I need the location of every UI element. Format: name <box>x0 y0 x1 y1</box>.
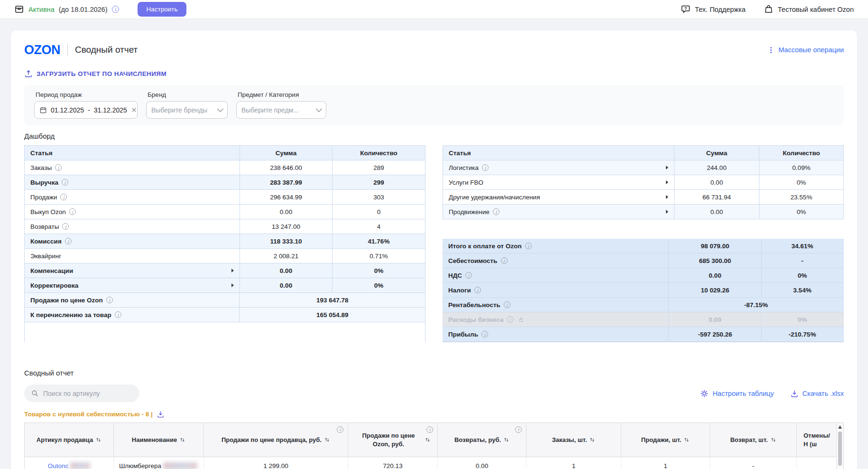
sum-cell: 0.00 <box>669 268 762 282</box>
expand-row-icon[interactable] <box>231 283 234 287</box>
sum-cell: 0.00 <box>674 175 759 189</box>
info-icon[interactable] <box>426 426 433 433</box>
sum-cell: -597 250.26 <box>669 327 762 341</box>
info-icon[interactable] <box>62 223 69 230</box>
sort-icon[interactable] <box>503 437 509 443</box>
info-icon[interactable] <box>465 272 472 279</box>
info-icon[interactable] <box>65 238 72 244</box>
archive-box-icon <box>14 4 24 14</box>
info-icon[interactable] <box>55 164 62 171</box>
expand-row-icon[interactable] <box>666 166 668 169</box>
article-label: Другие удержания/начисления <box>449 194 540 201</box>
category-select[interactable]: Выберите предм... <box>236 101 326 119</box>
sort-icon[interactable] <box>179 437 185 443</box>
sort-icon[interactable] <box>683 437 690 443</box>
merged-value-cell: -87.15% <box>669 298 843 312</box>
info-icon[interactable] <box>474 287 481 293</box>
table-row: OutoncШлюмбергера1 299.00720.130.0011- <box>25 457 843 469</box>
info-icon[interactable] <box>493 208 499 215</box>
period-input[interactable]: 01.12.2025 - 31.12.2025 <box>34 101 138 119</box>
article-label: Статья <box>30 150 53 157</box>
upload-report-link[interactable]: ЗАГРУЗИТЬ ОТЧЕТ ПО НАЧИСЛЕНИЯМ <box>24 69 166 78</box>
cabinet-link[interactable]: Тестовый кабинет Ozon <box>764 4 854 14</box>
chevron-down-icon <box>316 106 322 112</box>
dashboard-row: Корректировка0.000% <box>25 278 425 293</box>
zero-cost-link[interactable]: Товаров с нулевой себестоимостью - 8 | <box>24 411 153 418</box>
subscription-status-text: Активна <box>28 6 55 13</box>
download-xlsx-label: Скачать .xlsx <box>803 390 844 397</box>
article-cell: Комиссия <box>25 234 240 248</box>
article-label: Заказы <box>30 164 52 171</box>
dashboard-header-row: СтатьяСуммаКоличество <box>25 146 425 160</box>
qty-cell: -210.75% <box>762 327 843 341</box>
expand-row-icon[interactable] <box>666 210 668 214</box>
expand-row-icon[interactable] <box>666 195 668 199</box>
sum-cell: 118 333.10 <box>240 234 332 248</box>
dashboard-row: Эквайринг2 008.210.71% <box>25 249 425 263</box>
sum-cell: 0.00 <box>669 312 762 327</box>
article-link[interactable]: Outonc <box>48 462 69 469</box>
clear-period-icon[interactable] <box>131 107 137 113</box>
column-header: Наименование <box>114 423 204 457</box>
sort-icon[interactable] <box>425 437 431 443</box>
cell-value: - <box>752 462 755 469</box>
info-icon[interactable] <box>106 297 113 303</box>
info-icon[interactable] <box>482 164 489 171</box>
dashboard-header-row: СтатьяСуммаКоличество <box>443 146 843 160</box>
info-icon[interactable] <box>507 316 514 323</box>
vertical-scrollbar[interactable] <box>836 423 843 469</box>
cell-value: 1 <box>572 462 576 469</box>
sum-cell: 238 646.00 <box>240 160 332 175</box>
info-icon[interactable] <box>525 243 532 249</box>
subscription-status: Активна (до 18.01.2026) Настроить <box>14 2 186 17</box>
download-icon[interactable] <box>157 410 165 418</box>
info-icon[interactable] <box>337 426 343 433</box>
column-header: Заказы, шт. <box>526 423 621 457</box>
category-label: Предмет / Категория <box>238 91 326 98</box>
search-icon <box>31 389 39 397</box>
subscription-info-icon[interactable] <box>112 6 119 13</box>
search-input[interactable] <box>43 390 133 397</box>
sort-icon[interactable] <box>770 437 776 443</box>
merged-value-cell: 165 054.89 <box>240 308 425 322</box>
expand-row-icon[interactable] <box>231 269 234 272</box>
dashboard-row: Итого к оплате от Ozon98 079.0034.61% <box>443 239 844 253</box>
sort-icon[interactable] <box>324 437 330 443</box>
info-icon[interactable] <box>481 331 488 338</box>
info-icon[interactable] <box>62 179 68 186</box>
configure-table-button[interactable]: Настроить таблицу <box>700 389 774 398</box>
configure-button[interactable]: Настроить <box>138 2 187 17</box>
subscription-expiry: (до 18.01.2026) <box>59 6 108 13</box>
article-cell: Расходы бизнеса <box>443 312 669 327</box>
brand-select[interactable]: Выберите бренды <box>146 101 228 119</box>
sum-cell: 0.00 <box>240 263 332 278</box>
info-icon[interactable] <box>501 257 508 264</box>
column-header: Возвраты, руб. <box>438 423 526 457</box>
article-label: Продажи <box>30 194 57 201</box>
article-cell: Корректировка <box>25 278 240 292</box>
dashboard-row: Налоги10 029.263.54% <box>443 283 844 298</box>
sort-icon[interactable] <box>95 437 102 443</box>
page-title: Сводный отчет <box>75 45 138 55</box>
info-icon[interactable] <box>69 208 76 215</box>
ozon-summary-report-screen: Активна (до 18.01.2026) Настроить ? Тех.… <box>0 0 868 469</box>
info-icon[interactable] <box>515 426 522 433</box>
article-label: Логистика <box>449 164 479 171</box>
column-header-label: Продажи, шт. <box>641 436 682 444</box>
brand-placeholder: Выберите бренды <box>151 106 207 114</box>
expand-row-icon[interactable] <box>666 180 668 184</box>
sum-cell: Сумма <box>674 146 759 160</box>
bulk-operations-link[interactable]: Массовые операции <box>767 46 844 54</box>
dashboard-row: Комиссия118 333.1041.76% <box>25 234 425 249</box>
category-placeholder: Выберите предм... <box>241 106 299 114</box>
sort-icon[interactable] <box>589 437 595 443</box>
info-icon[interactable] <box>504 301 510 308</box>
scrollbar-thumb[interactable] <box>838 431 842 466</box>
tech-support-link[interactable]: ? Тех. Поддержка <box>681 4 746 14</box>
download-xlsx-button[interactable]: Скачать .xlsx <box>790 389 844 398</box>
info-icon[interactable] <box>115 311 121 318</box>
scroll-up-icon[interactable] <box>838 425 842 429</box>
search-box[interactable] <box>24 385 139 402</box>
info-icon[interactable] <box>60 194 67 200</box>
main-card: OZON Сводный отчет Массовые операции ЗАГ… <box>11 30 857 469</box>
